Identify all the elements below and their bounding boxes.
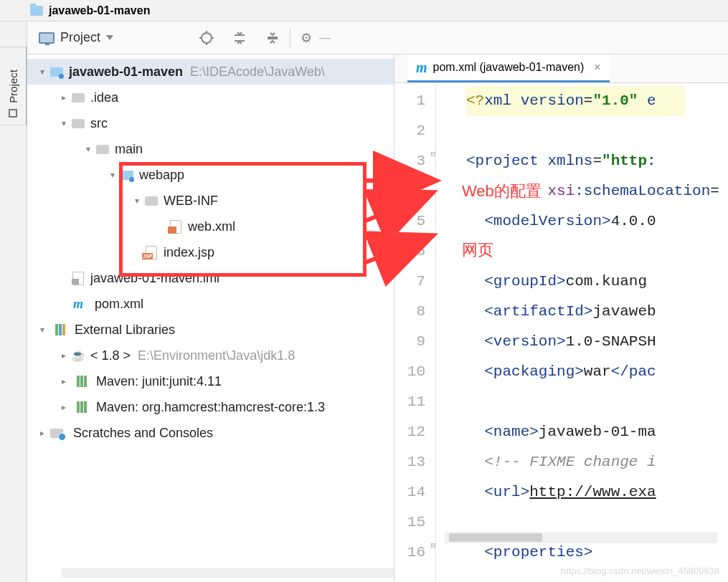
scratches-icon	[49, 426, 65, 439]
line-number: 12	[394, 417, 425, 447]
tree-item-label: webapp	[139, 162, 184, 188]
code-editor[interactable]: 1 2 3 4 5 6 7 8 9 10 11 12 13 14 15 16 ⊟…	[394, 83, 728, 582]
close-tab-icon[interactable]: ×	[594, 61, 600, 74]
editor-tabs: m pom.xml (javaweb-01-maven) ×	[394, 54, 728, 83]
folder-icon	[143, 194, 159, 207]
svg-point-0	[202, 33, 212, 43]
tree-indexjsp[interactable]: index.jsp	[27, 239, 394, 265]
folder-icon	[70, 91, 86, 104]
editor-tab-label: pom.xml (javaweb-01-maven)	[433, 61, 585, 74]
project-view-dropdown[interactable]: Project	[39, 30, 113, 45]
project-tool-icon	[9, 109, 17, 118]
maven-icon: m	[416, 59, 427, 76]
tree-item-label: javaweb-01-maven.iml	[90, 265, 219, 291]
chevron-down-icon[interactable]: ▾	[106, 168, 119, 181]
watermark: https://blog.csdn.net/weixin_45809838	[561, 566, 719, 576]
line-number: 2	[394, 116, 425, 146]
chevron-right-icon[interactable]: ▸	[36, 426, 49, 439]
tree-iml[interactable]: javaweb-01-maven.iml	[27, 265, 394, 291]
tree-root-name: javaweb-01-maven	[69, 59, 183, 85]
folder-icon	[95, 143, 110, 156]
tree-item-label: WEB-INF	[164, 188, 218, 214]
project-tree[interactable]: ▾ javaweb-01-maven E:\IDEAcode\JavaWeb\ …	[27, 54, 394, 446]
xml-file-icon	[168, 220, 184, 233]
maven-icon: m	[70, 297, 86, 310]
window-title: javaweb-01-maven	[49, 4, 150, 17]
tree-item-label: Scratches and Consoles	[73, 420, 213, 446]
tree-idea[interactable]: ▸ .idea	[27, 85, 394, 110]
collapse-all-icon[interactable]	[265, 31, 280, 45]
tree-mvn-junit[interactable]: ▸ Maven: junit:junit:4.11	[27, 368, 394, 394]
chevron-down-icon[interactable]: ▾	[57, 117, 70, 130]
project-view-icon	[39, 32, 55, 44]
web-folder-icon	[119, 168, 135, 181]
tree-item-label: web.xml	[188, 214, 235, 239]
toolbar-icons	[199, 31, 280, 45]
line-number: 3	[394, 146, 425, 176]
tree-mvn-hamcrest[interactable]: ▸ Maven: org.hamcrest:hamcrest-core:1.3	[27, 394, 394, 420]
line-number: 11	[394, 387, 425, 417]
jdk-icon	[70, 349, 86, 362]
tree-pom[interactable]: m pom.xml	[27, 291, 394, 317]
editor-tab-pom[interactable]: m pom.xml (javaweb-01-maven) ×	[407, 54, 610, 82]
line-number: 13	[394, 447, 425, 477]
tree-main[interactable]: ▾ main	[27, 136, 394, 162]
tree-item-label: Maven: org.hamcrest:hamcrest-core:1.3	[96, 394, 325, 420]
line-number: 6	[394, 237, 425, 267]
tree-jdk-path: E:\Environment\Java\jdk1.8	[138, 343, 295, 368]
tree-jdk[interactable]: ▸ < 1.8 > E:\Environment\Java\jdk1.8	[27, 343, 394, 368]
line-number: 5	[394, 206, 425, 237]
tree-ext-libs[interactable]: ▾ External Libraries	[27, 317, 394, 343]
project-view-label: Project	[60, 30, 100, 45]
tree-root-path: E:\IDEAcode\JavaWeb\	[190, 59, 325, 85]
library-icon	[70, 401, 86, 414]
tree-root[interactable]: ▾ javaweb-01-maven E:\IDEAcode\JavaWeb\	[27, 59, 394, 85]
project-toolbar: Project ⚙ —	[27, 22, 728, 54]
editor-horizontal-scrollbar[interactable]	[445, 532, 717, 543]
library-icon	[70, 375, 86, 388]
libraries-icon	[49, 323, 65, 336]
line-number: 7	[394, 267, 425, 297]
chevron-down-icon[interactable]: ▾	[131, 194, 143, 207]
line-number: 9	[394, 327, 425, 357]
horizontal-scrollbar[interactable]	[62, 568, 394, 578]
chevron-right-icon[interactable]: ▸	[57, 401, 70, 414]
chevron-down-icon[interactable]: ▾	[36, 65, 49, 78]
line-number: 4	[394, 176, 425, 206]
chevron-down-icon[interactable]: ▾	[36, 323, 49, 336]
tree-item-label: Maven: junit:junit:4.11	[96, 368, 222, 394]
line-number: 10	[394, 357, 425, 387]
project-panel: ▾ javaweb-01-maven E:\IDEAcode\JavaWeb\ …	[27, 54, 394, 582]
chevron-down-icon	[106, 35, 113, 40]
code-content[interactable]: <?xml version="1.0" e <project xmlns="ht…	[436, 83, 728, 582]
project-tool-tab[interactable]: Project	[0, 47, 27, 125]
tree-webapp[interactable]: ▾ webapp	[27, 162, 394, 188]
tree-src[interactable]: ▾ src	[27, 110, 394, 136]
gutter: 1 2 3 4 5 6 7 8 9 10 11 12 13 14 15 16 ⊟…	[394, 83, 436, 582]
tree-item-label: External Libraries	[75, 317, 175, 343]
tree-webinf[interactable]: ▾ WEB-INF	[27, 188, 394, 214]
hide-panel-icon[interactable]: —	[319, 32, 331, 44]
expand-all-icon[interactable]	[232, 31, 247, 45]
toolbar-divider	[290, 29, 290, 47]
tree-item-label: main	[115, 136, 143, 162]
chevron-right-icon[interactable]: ▸	[57, 349, 70, 362]
tree-webxml[interactable]: web.xml	[27, 214, 394, 239]
tree-item-label: index.jsp	[164, 239, 214, 265]
left-tool-rail: Project	[0, 22, 27, 582]
tree-item-label: pom.xml	[95, 291, 143, 317]
folder-icon	[30, 6, 43, 16]
jsp-file-icon	[143, 246, 159, 259]
folder-icon	[70, 117, 86, 130]
chevron-right-icon[interactable]: ▸	[57, 91, 70, 104]
line-number: 16	[394, 538, 425, 568]
locate-icon[interactable]	[199, 31, 214, 45]
chevron-down-icon[interactable]: ▾	[82, 143, 95, 156]
line-number: 14	[394, 477, 425, 507]
tree-scratches[interactable]: ▸ Scratches and Consoles	[27, 420, 394, 446]
chevron-right-icon[interactable]: ▸	[57, 375, 70, 388]
line-number: 15	[394, 507, 425, 538]
iml-file-icon	[70, 272, 86, 285]
title-bar: javaweb-01-maven	[0, 0, 728, 22]
gear-icon[interactable]: ⚙	[301, 30, 312, 46]
